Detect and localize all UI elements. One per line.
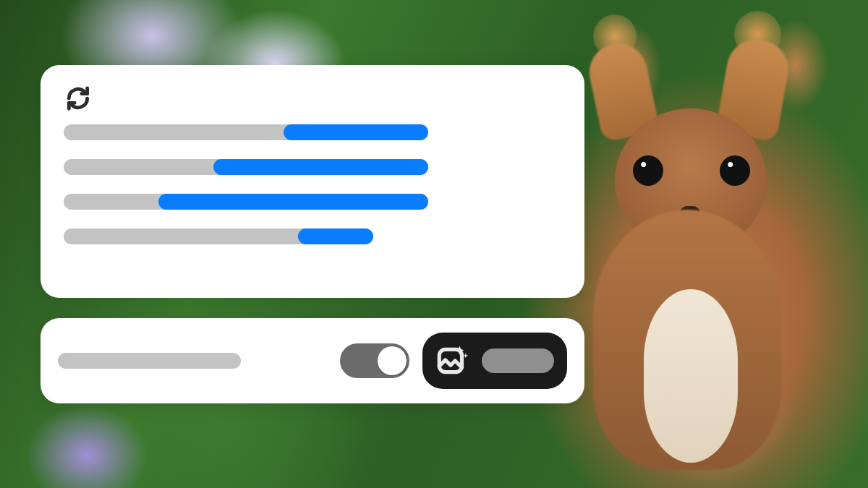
sparkle-image-icon [433, 341, 472, 380]
row-highlight-segment [284, 124, 428, 140]
result-bars [62, 124, 563, 244]
background-image [0, 0, 868, 488]
row-highlight-segment [158, 194, 428, 210]
result-row-1 [64, 124, 563, 140]
refresh-icon [64, 85, 92, 112]
results-card [41, 65, 584, 298]
result-row-3 [64, 194, 563, 210]
result-row-4 [64, 228, 563, 244]
generate-action-button[interactable] [422, 333, 567, 389]
text-input-placeholder[interactable] [58, 353, 241, 369]
input-card [41, 318, 584, 403]
generate-action-label [482, 348, 554, 373]
row-highlight-segment [213, 159, 428, 175]
toggle-knob [378, 346, 407, 375]
row-highlight-segment [298, 228, 373, 244]
result-row-2 [64, 159, 563, 175]
feature-toggle[interactable] [340, 343, 409, 378]
refresh-button[interactable] [62, 82, 94, 114]
